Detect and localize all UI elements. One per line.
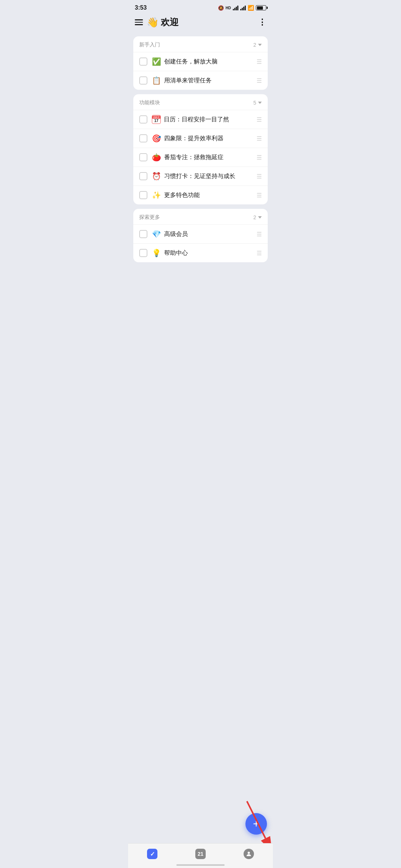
more-options-button[interactable]: ⋮ <box>258 17 266 27</box>
task-emoji-5: 🍅 <box>152 153 161 162</box>
task-note-icon-8[interactable]: ☰ <box>257 231 262 238</box>
task-item-2[interactable]: 📋 用清单来管理任务 ☰ <box>133 71 268 90</box>
task-text-3: 日历：日程安排一目了然 <box>164 115 257 124</box>
task-note-icon-2[interactable]: ☰ <box>257 77 262 84</box>
section-beginner-header: 新手入门 2 <box>133 36 268 52</box>
task-note-icon-7[interactable]: ☰ <box>257 192 262 199</box>
task-emoji-7: ✨ <box>152 191 161 200</box>
task-checkbox-9[interactable] <box>139 249 147 257</box>
cal-day: 17 <box>154 119 158 123</box>
task-text-7: 更多特色功能 <box>164 191 257 199</box>
wifi-icon: 📶 <box>248 5 254 11</box>
signal-icon-2 <box>240 5 246 10</box>
task-note-icon-4[interactable]: ☰ <box>257 135 262 142</box>
chevron-down-icon <box>258 44 262 46</box>
task-text-4: 四象限：提升效率利器 <box>164 134 257 142</box>
task-text-5: 番茄专注：拯救拖延症 <box>164 153 257 161</box>
task-note-icon-5[interactable]: ☰ <box>257 154 262 161</box>
section-features-header: 功能模块 5 <box>133 94 268 110</box>
task-text-1: 创建任务，解放大脑 <box>164 57 257 66</box>
task-checkbox-3[interactable] <box>139 115 147 124</box>
task-text-9: 帮助中心 <box>164 249 257 257</box>
task-item-1[interactable]: ✅ 创建任务，解放大脑 ☰ <box>133 52 268 71</box>
content: 新手入门 2 ✅ 创建任务，解放大脑 ☰ 📋 用清单来管理任务 ☰ 功能模块 5 <box>128 33 273 318</box>
task-item-3[interactable]: JULY 17 日历：日程安排一目了然 ☰ <box>133 110 268 129</box>
section-beginner-count[interactable]: 2 <box>253 42 262 48</box>
status-icons: 🔕 HD 📶 56 <box>218 5 266 11</box>
task-checkbox-6[interactable] <box>139 172 147 180</box>
task-item-7[interactable]: ✨ 更多特色功能 ☰ <box>133 185 268 204</box>
hd-label: HD <box>226 6 231 10</box>
section-beginner: 新手入门 2 ✅ 创建任务，解放大脑 ☰ 📋 用清单来管理任务 ☰ <box>133 36 268 90</box>
section-explore-title: 探索更多 <box>139 214 160 221</box>
task-checkbox-5[interactable] <box>139 153 147 161</box>
section-beginner-title: 新手入门 <box>139 42 160 48</box>
task-checkbox-7[interactable] <box>139 191 147 199</box>
signal-icon-1 <box>233 5 238 10</box>
section-explore-header: 探索更多 2 <box>133 209 268 224</box>
task-item-6[interactable]: ⏰ 习惯打卡：见证坚持与成长 ☰ <box>133 167 268 185</box>
task-note-icon-1[interactable]: ☰ <box>257 58 262 65</box>
section-explore-count[interactable]: 2 <box>253 214 262 220</box>
bottom-spacer <box>133 267 268 315</box>
task-item-4[interactable]: 🎯 四象限：提升效率利器 ☰ <box>133 129 268 148</box>
battery-level: 56 <box>256 7 266 9</box>
task-note-icon-9[interactable]: ☰ <box>257 250 262 257</box>
section-features-title: 功能模块 <box>139 99 160 106</box>
task-emoji-2: 📋 <box>152 76 161 85</box>
header-emoji: 👋 <box>147 17 159 28</box>
calendar-icon: JULY 17 <box>152 115 161 124</box>
section-explore: 探索更多 2 💎 高级会员 ☰ 💡 帮助中心 ☰ <box>133 209 268 262</box>
task-item-5[interactable]: 🍅 番茄专注：拯救拖延症 ☰ <box>133 148 268 167</box>
task-checkbox-2[interactable] <box>139 76 147 85</box>
menu-button[interactable] <box>135 19 143 25</box>
page-title: 欢迎 <box>161 16 179 28</box>
battery-icon: 56 <box>256 5 266 10</box>
status-time: 3:53 <box>135 4 147 11</box>
task-emoji-6: ⏰ <box>152 172 161 181</box>
status-bar: 3:53 🔕 HD 📶 56 <box>128 0 273 13</box>
cal-month: JULY <box>152 116 160 119</box>
task-item-8[interactable]: 💎 高级会员 ☰ <box>133 224 268 243</box>
section-features: 功能模块 5 JULY 17 日历：日程安排一目了然 ☰ 🎯 四象限：提升效率利… <box>133 94 268 204</box>
header-left: 👋 欢迎 <box>135 16 179 28</box>
header: 👋 欢迎 ⋮ <box>128 13 273 33</box>
task-note-icon-3[interactable]: ☰ <box>257 116 262 123</box>
task-emoji-9: 💡 <box>152 249 161 257</box>
task-item-9[interactable]: 💡 帮助中心 ☰ <box>133 243 268 262</box>
task-checkbox-8[interactable] <box>139 230 147 238</box>
task-text-8: 高级会员 <box>164 230 257 238</box>
chevron-down-icon-3 <box>258 216 262 218</box>
task-note-icon-6[interactable]: ☰ <box>257 173 262 180</box>
task-checkbox-4[interactable] <box>139 134 147 142</box>
task-emoji-4: 🎯 <box>152 134 161 143</box>
section-features-count[interactable]: 5 <box>253 100 262 106</box>
task-text-2: 用清单来管理任务 <box>164 76 257 85</box>
header-title: 👋 欢迎 <box>147 16 179 28</box>
mute-icon: 🔕 <box>218 5 224 11</box>
task-text-6: 习惯打卡：见证坚持与成长 <box>164 172 257 180</box>
chevron-down-icon-2 <box>258 102 262 104</box>
task-emoji-8: 💎 <box>152 230 161 239</box>
task-emoji-1: ✅ <box>152 57 161 66</box>
task-checkbox-1[interactable] <box>139 57 147 66</box>
